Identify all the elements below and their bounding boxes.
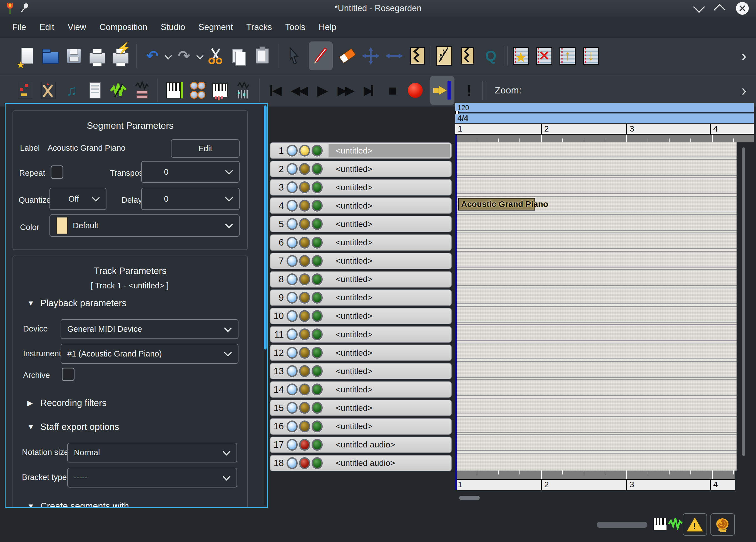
percussion-matrix-icon[interactable] <box>40 77 57 104</box>
panel-scrollbar-thumb[interactable] <box>264 105 267 350</box>
menu-item-file[interactable]: File <box>6 22 33 32</box>
solo-led-icon[interactable] <box>312 163 323 175</box>
solo-led-icon[interactable] <box>312 329 323 341</box>
record-led-icon[interactable] <box>299 402 310 414</box>
move-tool-icon[interactable] <box>362 43 379 69</box>
copy-icon[interactable] <box>230 43 248 69</box>
midi-mixer-icon[interactable] <box>188 77 205 104</box>
open-file-icon[interactable] <box>42 43 59 69</box>
track-row-2[interactable]: 2<untitled> <box>270 161 452 177</box>
mute-led-icon[interactable] <box>287 237 298 248</box>
collapse-arrow-icon[interactable]: ▼ <box>27 423 34 431</box>
transpose-select[interactable]: 0 <box>141 161 240 183</box>
segment-block[interactable]: Acoustic Grand Piano <box>458 198 535 210</box>
track-row-14[interactable]: 14<untitled> <box>270 381 452 398</box>
event-list-icon[interactable] <box>86 77 104 104</box>
solo-led-icon[interactable] <box>312 421 323 432</box>
mute-led-icon[interactable] <box>287 402 298 414</box>
transport-punch-in-icon[interactable] <box>430 76 454 105</box>
track-row-6[interactable]: 6<untitled> <box>270 234 452 251</box>
track-row-18[interactable]: 18<untitled audio> <box>270 455 452 471</box>
studio-keyboard-icon[interactable] <box>212 77 229 104</box>
track-row-13[interactable]: 13<untitled> <box>270 363 452 379</box>
bar-ruler-top[interactable]: 1234 <box>455 124 754 135</box>
record-led-icon[interactable] <box>299 237 310 248</box>
solo-led-icon[interactable] <box>312 439 323 451</box>
transport-play-icon[interactable]: ▶ <box>313 77 330 104</box>
menu-item-segment[interactable]: Segment <box>192 22 240 32</box>
delay-select[interactable]: 0 <box>141 188 240 210</box>
undo-icon[interactable]: ↶ <box>144 43 161 69</box>
move-track-up-icon[interactable]: ↑ <box>559 43 576 69</box>
track-row-16[interactable]: 16<untitled> <box>270 418 452 435</box>
vertical-scrollbar[interactable] <box>742 147 745 456</box>
track-label[interactable]: <untitled> <box>329 291 450 305</box>
track-label[interactable]: <untitled> <box>329 273 450 286</box>
erase-tool-icon[interactable] <box>339 43 356 69</box>
menu-item-tracks[interactable]: Tracks <box>240 22 278 32</box>
mute-led-icon[interactable] <box>287 347 298 359</box>
mute-led-icon[interactable] <box>287 421 298 432</box>
transport-record-icon[interactable] <box>407 77 424 104</box>
transport-panic-icon[interactable]: ! <box>461 77 478 104</box>
transport-rewind-icon[interactable]: ◀◀ <box>290 77 307 104</box>
collapsed-arrow-icon[interactable]: ▶ <box>27 399 33 407</box>
staff-export-options-header[interactable]: Staff export options <box>40 422 119 432</box>
warning-button[interactable] <box>683 513 707 536</box>
record-led-icon[interactable] <box>299 439 310 451</box>
solo-led-icon[interactable] <box>312 347 323 359</box>
solo-led-icon[interactable] <box>312 274 323 285</box>
close-icon[interactable] <box>736 2 749 15</box>
track-row-12[interactable]: 12<untitled> <box>270 345 452 361</box>
record-led-icon[interactable] <box>299 255 310 267</box>
toolbar2-overflow-icon[interactable]: › <box>741 81 747 99</box>
track-label[interactable]: <untitled audio> <box>329 438 450 452</box>
solo-led-icon[interactable] <box>312 384 323 396</box>
save-icon[interactable] <box>65 43 83 69</box>
track-row-3[interactable]: 3<untitled> <box>270 179 452 195</box>
track-label[interactable]: <untitled> <box>329 364 450 378</box>
draw-tool-icon[interactable] <box>309 41 333 70</box>
recording-filters-header[interactable]: Recording filters <box>40 398 106 408</box>
track-label[interactable]: <untitled> <box>329 162 450 176</box>
track-label[interactable]: <untitled> <box>329 328 450 341</box>
solo-led-icon[interactable] <box>312 181 323 193</box>
cut-icon[interactable] <box>207 43 224 69</box>
redo-menu-icon[interactable] <box>196 43 204 69</box>
transport-to-start-icon[interactable]: ◀ <box>267 77 284 104</box>
undo-menu-icon[interactable] <box>164 43 172 69</box>
track-row-7[interactable]: 7<untitled> <box>270 253 452 269</box>
track-row-4[interactable]: 4<untitled> <box>270 197 452 214</box>
instrument-select[interactable]: #1 (Acoustic Grand Piano) <box>61 344 238 364</box>
solo-led-icon[interactable] <box>312 145 323 156</box>
menu-item-studio[interactable]: Studio <box>154 22 192 32</box>
archive-checkbox[interactable] <box>62 368 74 381</box>
print-icon[interactable] <box>89 43 106 69</box>
redo-icon[interactable]: ↷ <box>175 43 193 69</box>
record-led-icon[interactable] <box>299 145 310 156</box>
piano-zoom-icon[interactable] <box>653 518 667 531</box>
menu-item-tools[interactable]: Tools <box>278 22 312 32</box>
resize-tool-icon[interactable] <box>386 43 403 69</box>
audio-mixer-icon[interactable] <box>133 77 150 104</box>
mute-led-icon[interactable] <box>287 255 298 267</box>
record-led-icon[interactable] <box>299 457 310 469</box>
timesig-ruler[interactable]: 4/4 <box>455 113 754 123</box>
transport-to-end-icon[interactable]: ▶ <box>360 77 377 104</box>
snail-button[interactable] <box>710 513 735 536</box>
menu-item-view[interactable]: View <box>61 22 93 32</box>
mute-led-icon[interactable] <box>287 329 298 341</box>
track-label[interactable]: <untitled> <box>329 346 450 360</box>
solo-led-icon[interactable] <box>312 365 323 377</box>
bar-ruler-bottom[interactable]: 1234 <box>455 479 735 490</box>
track-label[interactable]: <untitled> <box>329 383 450 396</box>
track-row-8[interactable]: 8<untitled> <box>270 271 452 288</box>
quantize-icon[interactable]: Q <box>482 43 499 69</box>
collapse-arrow-icon[interactable]: ▼ <box>27 299 34 308</box>
track-row-5[interactable]: 5<untitled> <box>270 216 452 232</box>
menu-item-help[interactable]: Help <box>312 22 343 32</box>
track-label[interactable]: <untitled> <box>329 309 450 323</box>
mute-led-icon[interactable] <box>287 163 298 175</box>
solo-led-icon[interactable] <box>312 310 323 322</box>
solo-led-icon[interactable] <box>312 457 323 469</box>
